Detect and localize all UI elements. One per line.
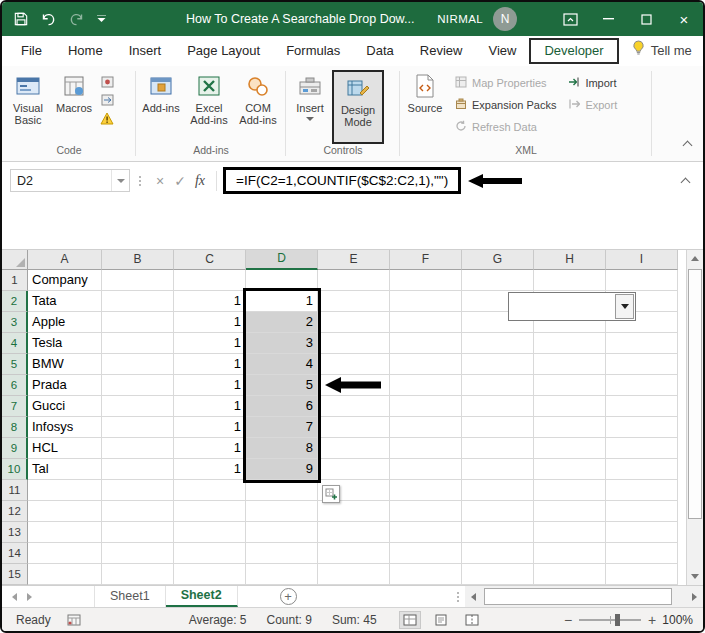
cell-B8[interactable] bbox=[102, 417, 174, 438]
tab-tell-me[interactable]: Tell me bbox=[619, 38, 705, 64]
cell-B12[interactable] bbox=[102, 501, 174, 522]
cell-G6[interactable] bbox=[462, 375, 534, 396]
cell-C7[interactable]: 1 bbox=[174, 396, 246, 417]
cell-C13[interactable] bbox=[174, 522, 246, 543]
cell-D3[interactable]: 2 bbox=[246, 312, 318, 333]
cell-I8[interactable] bbox=[606, 417, 678, 438]
cell-B9[interactable] bbox=[102, 438, 174, 459]
cell-I7[interactable] bbox=[606, 396, 678, 417]
column-header-E[interactable]: E bbox=[318, 250, 390, 270]
horizontal-scrollbar-thumb[interactable] bbox=[484, 588, 672, 605]
cell-H11[interactable] bbox=[534, 480, 606, 501]
cell-F11[interactable] bbox=[390, 480, 462, 501]
cell-B15[interactable] bbox=[102, 564, 174, 585]
cell-F6[interactable] bbox=[390, 375, 462, 396]
cell-E3[interactable] bbox=[318, 312, 390, 333]
import-button[interactable]: Import bbox=[563, 72, 622, 94]
normal-view-button[interactable] bbox=[399, 611, 421, 629]
cell-D5[interactable]: 4 bbox=[246, 354, 318, 375]
cell-I9[interactable] bbox=[606, 438, 678, 459]
cell-B6[interactable] bbox=[102, 375, 174, 396]
source-button[interactable]: Source bbox=[402, 68, 448, 144]
sheet-tab-sheet1[interactable]: Sheet1 bbox=[94, 586, 166, 607]
account-name[interactable]: NIRMAL bbox=[437, 13, 483, 25]
cell-H4[interactable] bbox=[534, 333, 606, 354]
expansion-packs-button[interactable]: Expansion Packs bbox=[450, 94, 561, 116]
cell-B4[interactable] bbox=[102, 333, 174, 354]
cell-H8[interactable] bbox=[534, 417, 606, 438]
cell-F1[interactable] bbox=[390, 270, 462, 291]
cell-D11[interactable] bbox=[246, 480, 318, 501]
cell-A2[interactable]: Tata bbox=[28, 291, 102, 312]
cell-I15[interactable] bbox=[606, 564, 678, 585]
cell-F7[interactable] bbox=[390, 396, 462, 417]
row-header-5[interactable]: 5 bbox=[2, 354, 28, 375]
tab-file[interactable]: File bbox=[8, 38, 55, 64]
cell-A13[interactable] bbox=[28, 522, 102, 543]
column-header-A[interactable]: A bbox=[28, 250, 102, 270]
cell-B14[interactable] bbox=[102, 543, 174, 564]
row-header-13[interactable]: 13 bbox=[2, 522, 28, 543]
cell-A6[interactable]: Prada bbox=[28, 375, 102, 396]
column-header-I[interactable]: I bbox=[606, 250, 678, 270]
vertical-scrollbar[interactable] bbox=[686, 250, 703, 585]
cell-B3[interactable] bbox=[102, 312, 174, 333]
row-header-7[interactable]: 7 bbox=[2, 396, 28, 417]
cell-E9[interactable] bbox=[318, 438, 390, 459]
cell-D15[interactable] bbox=[246, 564, 318, 585]
cell-E1[interactable] bbox=[318, 270, 390, 291]
cell-H6[interactable] bbox=[534, 375, 606, 396]
cell-G5[interactable] bbox=[462, 354, 534, 375]
page-break-view-button[interactable] bbox=[461, 611, 483, 629]
cell-E2[interactable] bbox=[318, 291, 390, 312]
cell-A9[interactable]: HCL bbox=[28, 438, 102, 459]
cell-G7[interactable] bbox=[462, 396, 534, 417]
cell-E13[interactable] bbox=[318, 522, 390, 543]
cell-E12[interactable] bbox=[318, 501, 390, 522]
scroll-left-button[interactable] bbox=[465, 586, 482, 607]
cell-G1[interactable] bbox=[462, 270, 534, 291]
cell-G11[interactable] bbox=[462, 480, 534, 501]
cell-B5[interactable] bbox=[102, 354, 174, 375]
map-properties-button[interactable]: Map Properties bbox=[450, 72, 561, 94]
scroll-right-button[interactable] bbox=[686, 586, 703, 607]
tab-splitter[interactable] bbox=[457, 596, 459, 598]
cell-H9[interactable] bbox=[534, 438, 606, 459]
cancel-icon[interactable]: × bbox=[150, 173, 170, 189]
new-sheet-button[interactable]: + bbox=[280, 588, 297, 605]
cell-B10[interactable] bbox=[102, 459, 174, 480]
tab-developer[interactable]: Developer bbox=[529, 38, 618, 64]
row-header-12[interactable]: 12 bbox=[2, 501, 28, 522]
cell-D2[interactable]: 1 bbox=[246, 291, 318, 312]
cell-G4[interactable] bbox=[462, 333, 534, 354]
export-button[interactable]: Export bbox=[563, 94, 622, 116]
cell-H13[interactable] bbox=[534, 522, 606, 543]
cell-H7[interactable] bbox=[534, 396, 606, 417]
cell-D1[interactable] bbox=[246, 270, 318, 291]
cell-E15[interactable] bbox=[318, 564, 390, 585]
undo-icon[interactable] bbox=[41, 13, 56, 26]
cell-F5[interactable] bbox=[390, 354, 462, 375]
column-header-D[interactable]: D bbox=[246, 250, 318, 270]
cell-H1[interactable] bbox=[534, 270, 606, 291]
cell-F8[interactable] bbox=[390, 417, 462, 438]
company-combobox[interactable] bbox=[508, 292, 636, 321]
cell-I10[interactable] bbox=[606, 459, 678, 480]
avatar[interactable]: N bbox=[493, 7, 517, 31]
cell-G13[interactable] bbox=[462, 522, 534, 543]
horizontal-scrollbar-track[interactable] bbox=[482, 586, 686, 607]
cell-C15[interactable] bbox=[174, 564, 246, 585]
cell-C5[interactable]: 1 bbox=[174, 354, 246, 375]
macro-record-icon[interactable] bbox=[67, 614, 81, 626]
cell-C11[interactable] bbox=[174, 480, 246, 501]
cell-F15[interactable] bbox=[390, 564, 462, 585]
cell-E14[interactable] bbox=[318, 543, 390, 564]
row-header-1[interactable]: 1 bbox=[2, 270, 28, 291]
cell-G9[interactable] bbox=[462, 438, 534, 459]
cell-D12[interactable] bbox=[246, 501, 318, 522]
cell-D6[interactable]: 5 bbox=[246, 375, 318, 396]
sheet-tab-sheet2[interactable]: Sheet2 bbox=[166, 586, 238, 607]
cell-A15[interactable] bbox=[28, 564, 102, 585]
cell-H12[interactable] bbox=[534, 501, 606, 522]
design-mode-button[interactable]: Design Mode bbox=[332, 70, 384, 144]
